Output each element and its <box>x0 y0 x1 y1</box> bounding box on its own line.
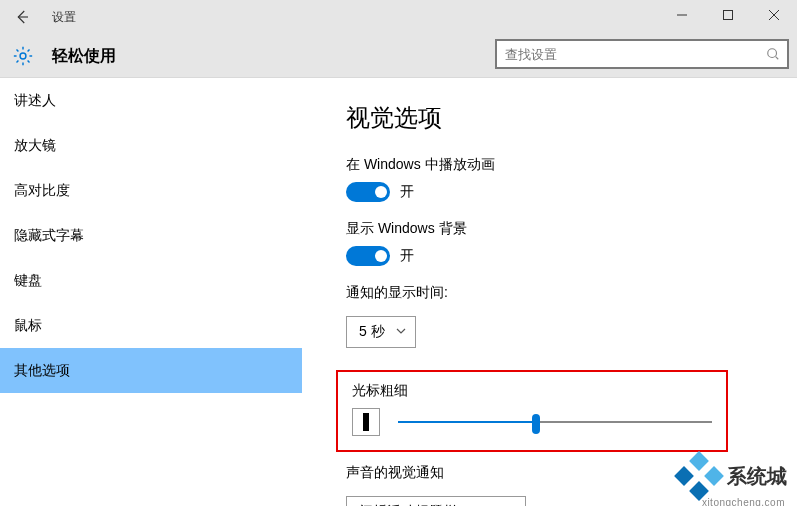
slider-thumb[interactable] <box>532 414 540 434</box>
page-heading: 视觉选项 <box>346 102 763 134</box>
titlebar: 设置 轻松使用 <box>0 0 797 78</box>
notification-duration-select[interactable]: 5 秒 <box>346 316 416 348</box>
content-pane: 视觉选项 在 Windows 中播放动画 开 显示 Windows 背景 开 通… <box>302 78 797 506</box>
svg-line-13 <box>28 49 30 51</box>
svg-point-5 <box>20 53 26 59</box>
cursor-thickness-label: 光标粗细 <box>352 382 712 400</box>
chevron-down-icon <box>395 324 407 340</box>
sidebar-item-label: 鼠标 <box>14 317 42 335</box>
background-label: 显示 Windows 背景 <box>346 220 763 238</box>
sidebar-item-label: 其他选项 <box>14 362 70 380</box>
sidebar-item-label: 讲述人 <box>14 92 56 110</box>
minimize-button[interactable] <box>659 0 705 30</box>
sidebar-item-label: 高对比度 <box>14 182 70 200</box>
search-input[interactable] <box>497 47 759 62</box>
titlebar-bottom: 轻松使用 <box>0 34 797 78</box>
sidebar-item-other-options[interactable]: 其他选项 <box>0 348 302 393</box>
sidebar-item-keyboard[interactable]: 键盘 <box>0 258 302 303</box>
sidebar-item-closed-captions[interactable]: 隐藏式字幕 <box>0 213 302 258</box>
sidebar-item-label: 键盘 <box>14 272 42 290</box>
svg-line-12 <box>16 61 18 63</box>
window-title: 设置 <box>52 9 76 26</box>
animations-toggle-row: 开 <box>346 182 763 202</box>
close-button[interactable] <box>751 0 797 30</box>
visual-sound-label: 声音的视觉通知 <box>346 464 763 482</box>
svg-rect-2 <box>724 11 733 20</box>
cursor-thickness-highlight: 光标粗细 <box>336 370 728 452</box>
slider-track-fill <box>398 421 536 423</box>
sidebar-item-mouse[interactable]: 鼠标 <box>0 303 302 348</box>
animations-label: 在 Windows 中播放动画 <box>346 156 763 174</box>
cursor-thickness-row <box>352 408 712 436</box>
background-state: 开 <box>400 247 414 265</box>
watermark-subtext: xitongcheng.com <box>702 497 785 506</box>
maximize-icon <box>722 9 734 21</box>
sidebar-item-magnifier[interactable]: 放大镜 <box>0 123 302 168</box>
maximize-button[interactable] <box>705 0 751 30</box>
gear-icon <box>12 45 34 67</box>
sidebar-item-label: 放大镜 <box>14 137 56 155</box>
section-title: 轻松使用 <box>52 46 116 67</box>
search-box[interactable] <box>495 39 789 69</box>
search-icon <box>759 47 787 61</box>
sidebar: 讲述人 放大镜 高对比度 隐藏式字幕 键盘 鼠标 其他选项 <box>0 78 302 506</box>
cursor-bar-icon <box>363 413 369 431</box>
minimize-icon <box>676 9 688 21</box>
svg-point-14 <box>768 49 777 58</box>
toggle-knob <box>375 250 387 262</box>
back-button[interactable] <box>2 0 42 34</box>
notification-duration-value: 5 秒 <box>359 323 385 341</box>
visual-sound-select[interactable]: 闪烁活动标题栏 <box>346 496 526 506</box>
svg-line-11 <box>28 61 30 63</box>
sidebar-item-high-contrast[interactable]: 高对比度 <box>0 168 302 213</box>
body: 讲述人 放大镜 高对比度 隐藏式字幕 键盘 鼠标 其他选项 视觉选项 在 Win… <box>0 78 797 506</box>
window-controls <box>659 0 797 30</box>
svg-line-15 <box>776 57 779 60</box>
svg-line-10 <box>16 49 18 51</box>
cursor-preview <box>352 408 380 436</box>
cursor-thickness-slider[interactable] <box>398 412 712 432</box>
arrow-left-icon <box>13 8 31 26</box>
toggle-knob <box>375 186 387 198</box>
sidebar-item-narrator[interactable]: 讲述人 <box>0 78 302 123</box>
animations-toggle[interactable] <box>346 182 390 202</box>
notification-duration-label: 通知的显示时间: <box>346 284 763 302</box>
sidebar-item-label: 隐藏式字幕 <box>14 227 84 245</box>
background-toggle-row: 开 <box>346 246 763 266</box>
titlebar-top: 设置 <box>0 0 797 34</box>
close-icon <box>768 9 780 21</box>
background-toggle[interactable] <box>346 246 390 266</box>
animations-state: 开 <box>400 183 414 201</box>
